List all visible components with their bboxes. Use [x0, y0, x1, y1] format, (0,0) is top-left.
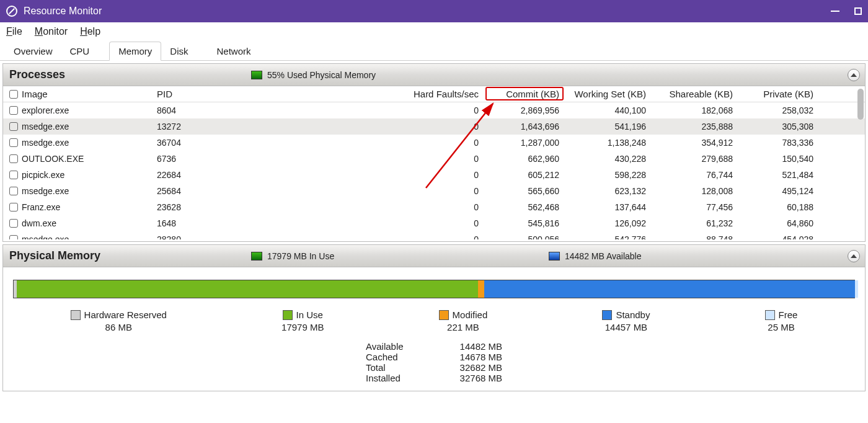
collapse-button[interactable] — [848, 69, 860, 81]
cell-shareable: 354,912 — [651, 136, 738, 149]
tab-cpu[interactable]: CPU — [61, 42, 99, 60]
menu-help[interactable]: Help — [80, 26, 100, 37]
table-row[interactable]: picpick.exe226840605,212598,22876,744521… — [3, 167, 865, 183]
processes-title: Processes — [9, 68, 65, 81]
physical-memory-panel: Physical Memory 17979 MB In Use 14482 MB… — [2, 244, 866, 391]
tab-overview[interactable]: Overview — [5, 42, 61, 60]
cell-private: 783,336 — [738, 136, 818, 149]
row-checkbox[interactable] — [9, 122, 18, 131]
col-faults[interactable]: Hard Faults/sec — [239, 87, 484, 100]
cell-shareable: 77,456 — [651, 201, 738, 213]
cell-pid: 25684 — [152, 185, 239, 197]
cell-image: explorer.exe — [22, 105, 69, 115]
swatch-hardware — [71, 310, 81, 320]
row-checkbox[interactable] — [9, 219, 18, 228]
cell-private: 64,860 — [738, 217, 818, 229]
row-checkbox[interactable] — [9, 154, 18, 163]
col-shareable[interactable]: Shareable (KB) — [651, 87, 738, 100]
cell-private: 150,540 — [738, 153, 818, 165]
memory-segment-free — [855, 280, 858, 298]
cell-private: 60,188 — [738, 201, 818, 213]
table-row[interactable]: msedge.exe256840565,660623,132128,008495… — [3, 183, 865, 199]
menu-file[interactable]: File — [6, 26, 22, 37]
table-row[interactable]: msedge.exe1327201,643,696541,196235,8883… — [3, 118, 865, 135]
cell-shareable: 279,688 — [651, 153, 738, 165]
row-checkbox[interactable] — [9, 235, 18, 239]
table-row[interactable]: OUTLOOK.EXE67360662,960430,228279,688150… — [3, 151, 865, 167]
cell-pid: 8604 — [152, 104, 239, 117]
row-checkbox[interactable] — [9, 138, 18, 147]
cell-workingset: 542,776 — [564, 233, 651, 239]
table-header: Image PID Hard Faults/sec Commit (KB) Wo… — [3, 86, 865, 102]
cell-faults: 0 — [239, 169, 484, 181]
window-controls — [831, 7, 862, 15]
table-row[interactable]: Franz.exe236280562,468137,64477,45660,18… — [3, 199, 865, 215]
cell-shareable: 182,068 — [651, 104, 738, 117]
tab-disk[interactable]: Disk — [161, 42, 197, 60]
cell-pid: 23628 — [152, 201, 239, 213]
scrollbar-thumb[interactable] — [857, 89, 864, 120]
cell-workingset: 126,092 — [564, 217, 651, 229]
checkbox-all[interactable] — [9, 90, 18, 99]
cell-image: picpick.exe — [22, 170, 64, 180]
table-row[interactable]: dwm.exe16480545,816126,09261,23264,860 — [3, 215, 865, 231]
cell-pid: 28280 — [152, 233, 239, 239]
tab-network[interactable]: Network — [208, 42, 260, 60]
collapse-button-physical[interactable] — [848, 250, 860, 262]
table-row[interactable]: explorer.exe860402,869,956440,100182,068… — [3, 102, 865, 118]
table-row[interactable]: msedge.exe3670401,287,0001,138,248354,91… — [3, 135, 865, 151]
cell-pid: 1648 — [152, 217, 239, 229]
cell-workingset: 598,228 — [564, 169, 651, 181]
memory-segment-modified — [478, 280, 484, 298]
titlebar: Resource Monitor — [0, 0, 868, 22]
processes-panel: Processes 55% Used Physical Memory Image… — [2, 63, 866, 242]
swatch-modified — [439, 310, 449, 320]
cell-faults: 0 — [239, 233, 484, 239]
cell-pid: 22684 — [152, 169, 239, 181]
cell-image: msedge.exe — [22, 122, 69, 131]
window-title: Resource Monitor — [24, 6, 831, 17]
tab-strip: Overview CPU Memory Disk Network — [0, 41, 868, 61]
memory-stats: Available14482 MB Cached14678 MB Total32… — [366, 341, 502, 383]
row-checkbox[interactable] — [9, 106, 18, 115]
menubar: File Monitor Help — [0, 22, 868, 41]
cell-private: 521,484 — [738, 169, 818, 181]
col-private[interactable]: Private (KB) — [738, 87, 818, 100]
cell-faults: 0 — [239, 136, 484, 149]
cell-commit: 565,660 — [484, 185, 564, 197]
cell-commit: 545,816 — [484, 217, 564, 229]
tab-memory[interactable]: Memory — [109, 42, 161, 61]
col-commit[interactable]: Commit (KB) — [484, 87, 564, 100]
cell-shareable: 76,744 — [651, 169, 738, 181]
cell-shareable: 128,008 — [651, 185, 738, 197]
minimize-icon[interactable] — [831, 11, 839, 12]
cell-faults: 0 — [239, 104, 484, 117]
memory-segment-in-use — [17, 280, 478, 298]
table-row[interactable]: msedge.exe282800500,056542,77688,748454,… — [3, 231, 865, 239]
col-pid[interactable]: PID — [152, 87, 239, 100]
cell-faults: 0 — [239, 201, 484, 213]
cell-workingset: 1,138,248 — [564, 136, 651, 149]
maximize-icon[interactable] — [854, 7, 862, 15]
menu-monitor[interactable]: Monitor — [35, 26, 68, 37]
cell-private: 258,032 — [738, 104, 818, 117]
cell-pid: 6736 — [152, 153, 239, 165]
inuse-icon — [251, 252, 262, 260]
row-checkbox[interactable] — [9, 187, 18, 195]
row-checkbox[interactable] — [9, 171, 18, 179]
cell-faults: 0 — [239, 185, 484, 197]
swatch-free — [765, 310, 775, 320]
row-checkbox[interactable] — [9, 203, 18, 212]
processes-summary: 55% Used Physical Memory — [267, 70, 376, 80]
cell-commit: 662,960 — [484, 153, 564, 165]
cell-commit: 562,468 — [484, 201, 564, 213]
memory-legend: Hardware Reserved86 MB In Use17979 MB Mo… — [13, 309, 855, 332]
physical-title: Physical Memory — [9, 249, 100, 262]
col-workingset[interactable]: Working Set (KB) — [564, 87, 651, 100]
col-image[interactable]: Image — [22, 89, 48, 99]
cell-image: msedge.exe — [22, 138, 69, 148]
cell-faults: 0 — [239, 120, 484, 133]
cell-image: OUTLOOK.EXE — [22, 154, 84, 164]
cell-pid: 36704 — [152, 136, 239, 149]
cell-commit: 605,212 — [484, 169, 564, 181]
